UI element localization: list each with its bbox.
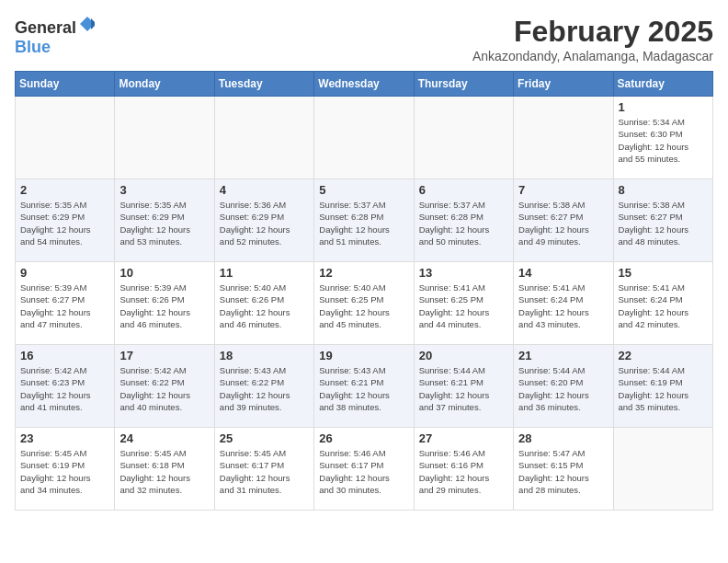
day-number: 18 xyxy=(220,349,309,362)
calendar-day-cell xyxy=(115,97,214,179)
calendar-day-cell xyxy=(314,97,414,179)
day-info: Sunrise: 5:44 AM Sunset: 6:19 PM Dayligh… xyxy=(619,364,708,413)
day-number: 6 xyxy=(419,183,508,197)
day-info: Sunrise: 5:47 AM Sunset: 6:15 PM Dayligh… xyxy=(518,447,608,496)
calendar-week-row: 9Sunrise: 5:39 AM Sunset: 6:27 PM Daylig… xyxy=(16,262,713,345)
day-info: Sunrise: 5:44 AM Sunset: 6:21 PM Dayligh… xyxy=(419,364,508,413)
day-number: 1 xyxy=(619,100,708,114)
weekday-header-saturday: Saturday xyxy=(613,72,712,97)
title-area: February 2025 Ankazondandy, Analamanga, … xyxy=(472,15,713,63)
calendar-day-cell: 17Sunrise: 5:42 AM Sunset: 6:22 PM Dayli… xyxy=(115,345,214,428)
calendar-day-cell: 4Sunrise: 5:36 AM Sunset: 6:29 PM Daylig… xyxy=(214,179,313,262)
calendar-day-cell: 24Sunrise: 5:45 AM Sunset: 6:18 PM Dayli… xyxy=(115,428,214,511)
day-info: Sunrise: 5:45 AM Sunset: 6:18 PM Dayligh… xyxy=(119,447,209,496)
day-number: 26 xyxy=(319,431,408,445)
weekday-header-tuesday: Tuesday xyxy=(214,72,313,97)
day-info: Sunrise: 5:39 AM Sunset: 6:26 PM Dayligh… xyxy=(119,282,209,330)
day-number: 16 xyxy=(20,349,109,362)
calendar-day-cell xyxy=(514,97,613,179)
day-info: Sunrise: 5:46 AM Sunset: 6:16 PM Dayligh… xyxy=(419,447,508,496)
day-number: 24 xyxy=(119,431,209,445)
calendar-day-cell: 3Sunrise: 5:35 AM Sunset: 6:29 PM Daylig… xyxy=(115,179,214,262)
location-subtitle: Ankazondandy, Analamanga, Madagascar xyxy=(472,49,713,63)
logo-icon xyxy=(78,15,97,33)
day-number: 9 xyxy=(20,266,109,280)
day-info: Sunrise: 5:41 AM Sunset: 6:24 PM Dayligh… xyxy=(619,282,708,330)
calendar-day-cell: 18Sunrise: 5:43 AM Sunset: 6:22 PM Dayli… xyxy=(214,345,313,428)
day-number: 15 xyxy=(619,266,708,280)
day-info: Sunrise: 5:40 AM Sunset: 6:25 PM Dayligh… xyxy=(319,282,408,330)
calendar-day-cell: 6Sunrise: 5:37 AM Sunset: 6:28 PM Daylig… xyxy=(414,179,513,262)
logo-blue: Blue xyxy=(15,38,51,56)
calendar-week-row: 16Sunrise: 5:42 AM Sunset: 6:23 PM Dayli… xyxy=(16,345,713,428)
calendar-day-cell: 14Sunrise: 5:41 AM Sunset: 6:24 PM Dayli… xyxy=(514,262,613,345)
day-number: 12 xyxy=(319,266,408,280)
day-info: Sunrise: 5:40 AM Sunset: 6:26 PM Dayligh… xyxy=(220,282,309,330)
day-info: Sunrise: 5:38 AM Sunset: 6:27 PM Dayligh… xyxy=(518,199,608,247)
calendar-day-cell xyxy=(16,97,115,179)
page-header: General Blue February 2025 Ankazondandy,… xyxy=(15,15,713,63)
calendar-day-cell: 9Sunrise: 5:39 AM Sunset: 6:27 PM Daylig… xyxy=(16,262,115,345)
calendar-day-cell: 23Sunrise: 5:45 AM Sunset: 6:19 PM Dayli… xyxy=(16,428,115,511)
day-info: Sunrise: 5:45 AM Sunset: 6:17 PM Dayligh… xyxy=(220,447,309,496)
day-number: 21 xyxy=(518,349,608,362)
day-number: 11 xyxy=(220,266,309,280)
calendar-day-cell: 16Sunrise: 5:42 AM Sunset: 6:23 PM Dayli… xyxy=(16,345,115,428)
day-info: Sunrise: 5:43 AM Sunset: 6:21 PM Dayligh… xyxy=(319,364,408,413)
calendar-day-cell: 1Sunrise: 5:34 AM Sunset: 6:30 PM Daylig… xyxy=(613,97,712,179)
day-info: Sunrise: 5:35 AM Sunset: 6:29 PM Dayligh… xyxy=(20,199,109,247)
weekday-header-sunday: Sunday xyxy=(16,72,115,97)
day-info: Sunrise: 5:43 AM Sunset: 6:22 PM Dayligh… xyxy=(220,364,309,413)
day-info: Sunrise: 5:45 AM Sunset: 6:19 PM Dayligh… xyxy=(20,447,109,496)
calendar-day-cell: 7Sunrise: 5:38 AM Sunset: 6:27 PM Daylig… xyxy=(514,179,613,262)
calendar-day-cell xyxy=(613,428,712,511)
calendar-day-cell: 22Sunrise: 5:44 AM Sunset: 6:19 PM Dayli… xyxy=(613,345,712,428)
logo-text: General Blue xyxy=(15,15,97,57)
calendar-day-cell: 28Sunrise: 5:47 AM Sunset: 6:15 PM Dayli… xyxy=(514,428,613,511)
logo-general: General xyxy=(15,18,76,37)
weekday-header-monday: Monday xyxy=(115,72,214,97)
calendar-day-cell: 2Sunrise: 5:35 AM Sunset: 6:29 PM Daylig… xyxy=(16,179,115,262)
calendar-day-cell: 27Sunrise: 5:46 AM Sunset: 6:16 PM Dayli… xyxy=(414,428,513,511)
calendar-day-cell: 13Sunrise: 5:41 AM Sunset: 6:25 PM Dayli… xyxy=(414,262,513,345)
day-number: 14 xyxy=(518,266,608,280)
month-title: February 2025 xyxy=(472,15,713,49)
calendar-day-cell xyxy=(414,97,513,179)
day-number: 25 xyxy=(220,431,309,445)
calendar-day-cell: 26Sunrise: 5:46 AM Sunset: 6:17 PM Dayli… xyxy=(314,428,414,511)
logo: General Blue xyxy=(15,15,97,57)
day-number: 10 xyxy=(119,266,209,280)
day-info: Sunrise: 5:42 AM Sunset: 6:22 PM Dayligh… xyxy=(119,364,209,413)
day-number: 3 xyxy=(119,183,209,197)
day-info: Sunrise: 5:46 AM Sunset: 6:17 PM Dayligh… xyxy=(319,447,408,496)
day-number: 13 xyxy=(419,266,508,280)
calendar-day-cell: 19Sunrise: 5:43 AM Sunset: 6:21 PM Dayli… xyxy=(314,345,414,428)
day-info: Sunrise: 5:41 AM Sunset: 6:25 PM Dayligh… xyxy=(419,282,508,330)
day-number: 19 xyxy=(319,349,408,362)
day-info: Sunrise: 5:35 AM Sunset: 6:29 PM Dayligh… xyxy=(119,199,209,247)
calendar-table: SundayMondayTuesdayWednesdayThursdayFrid… xyxy=(15,71,713,511)
day-number: 20 xyxy=(419,349,508,362)
day-number: 4 xyxy=(220,183,309,197)
calendar-week-row: 1Sunrise: 5:34 AM Sunset: 6:30 PM Daylig… xyxy=(16,97,713,179)
calendar-day-cell: 15Sunrise: 5:41 AM Sunset: 6:24 PM Dayli… xyxy=(613,262,712,345)
weekday-header-thursday: Thursday xyxy=(414,72,513,97)
calendar-week-row: 2Sunrise: 5:35 AM Sunset: 6:29 PM Daylig… xyxy=(16,179,713,262)
calendar-day-cell: 25Sunrise: 5:45 AM Sunset: 6:17 PM Dayli… xyxy=(214,428,313,511)
day-number: 27 xyxy=(419,431,508,445)
day-info: Sunrise: 5:37 AM Sunset: 6:28 PM Dayligh… xyxy=(319,199,408,247)
day-info: Sunrise: 5:39 AM Sunset: 6:27 PM Dayligh… xyxy=(20,282,109,330)
calendar-day-cell: 8Sunrise: 5:38 AM Sunset: 6:27 PM Daylig… xyxy=(613,179,712,262)
day-number: 2 xyxy=(20,183,109,197)
day-info: Sunrise: 5:34 AM Sunset: 6:30 PM Dayligh… xyxy=(619,116,708,165)
day-number: 23 xyxy=(20,431,109,445)
calendar-day-cell: 5Sunrise: 5:37 AM Sunset: 6:28 PM Daylig… xyxy=(314,179,414,262)
calendar-header-row: SundayMondayTuesdayWednesdayThursdayFrid… xyxy=(16,72,713,97)
day-info: Sunrise: 5:44 AM Sunset: 6:20 PM Dayligh… xyxy=(518,364,608,413)
day-number: 22 xyxy=(619,349,708,362)
day-number: 17 xyxy=(119,349,209,362)
day-info: Sunrise: 5:41 AM Sunset: 6:24 PM Dayligh… xyxy=(518,282,608,330)
calendar-day-cell: 21Sunrise: 5:44 AM Sunset: 6:20 PM Dayli… xyxy=(514,345,613,428)
day-info: Sunrise: 5:37 AM Sunset: 6:28 PM Dayligh… xyxy=(419,199,508,247)
day-number: 28 xyxy=(518,431,608,445)
